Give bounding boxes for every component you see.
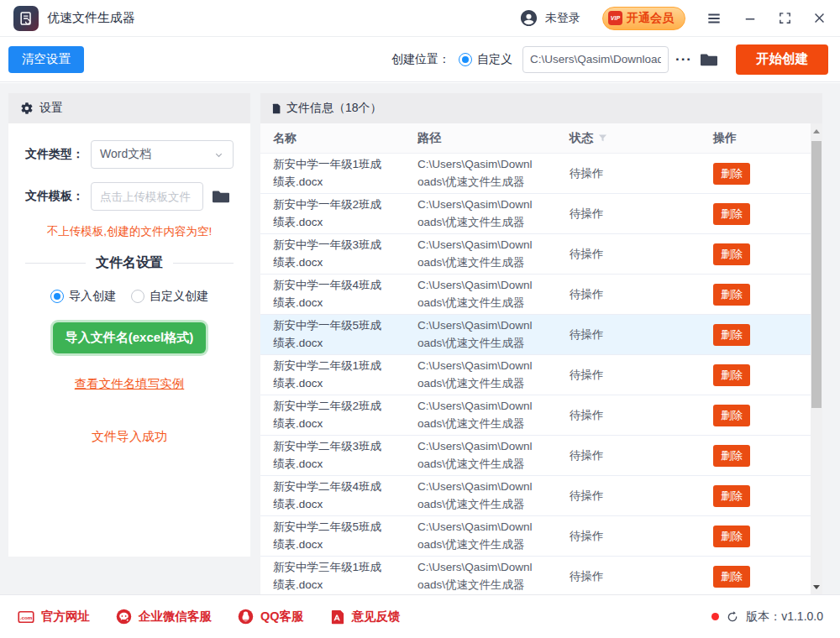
file-type-label: 文件类型： [25,147,91,162]
cell-path: C:\Users\Qasim\Downloads\优速文件生成器 [417,317,570,353]
app-title: 优速文件生成器 [47,10,135,26]
cell-name: 新安中学一年级1班成绩表.docx [260,156,417,191]
close-icon[interactable] [812,11,827,25]
cell-name: 新安中学二年级5班成绩表.docx [260,519,417,554]
gear-icon [20,102,34,115]
table-row: 新安中学一年级2班成绩表.docx C:\Users\Qasim\Downloa… [260,194,822,234]
vip-icon: VIP [608,11,622,25]
delete-button[interactable]: 删除 [713,324,750,346]
chevron-down-icon [213,149,224,160]
cell-action: 删除 [713,163,822,185]
filter-icon[interactable] [597,133,608,144]
main-area: 设置 文件类型： Word文档 文件模板： [0,83,840,594]
qq-icon [237,608,255,625]
file-type-select[interactable]: Word文档 [91,140,234,169]
wechat-service-link[interactable]: 企业微信客服 [115,608,212,625]
table-row: 新安中学一年级4班成绩表.docx C:\Users\Qasim\Downloa… [260,275,822,315]
delete-button[interactable]: 删除 [713,163,750,185]
browse-folder-button[interactable] [699,50,719,70]
cell-action: 删除 [713,526,822,547]
delete-button[interactable]: 删除 [713,445,750,467]
delete-button[interactable]: 删除 [713,405,750,426]
document-icon [270,102,282,115]
col-path: 路径 [417,131,570,146]
footer: .com 官方网址 企业微信客服 QQ客服 意见反馈 [0,594,840,638]
cell-name: 新安中学一年级5班成绩表.docx [260,317,417,353]
cell-action: 删除 [713,445,822,467]
cell-action: 删除 [713,566,822,588]
feedback-link[interactable]: 意见反馈 [329,609,401,625]
login-status[interactable]: 未登录 [545,11,580,26]
cell-path: C:\Users\Qasim\Downloads\优速文件生成器 [417,358,570,393]
cell-action: 删除 [713,324,822,346]
scrollbar-thumb[interactable] [811,141,822,408]
start-create-button[interactable]: 开始创建 [736,44,828,75]
cell-status: 待操作 [570,327,713,343]
table-row: 新安中学二年级1班成绩表.docx C:\Users\Qasim\Downloa… [260,355,822,395]
custom-location-radio[interactable]: 自定义 [459,52,512,67]
minimize-icon[interactable] [743,11,758,26]
qq-service-link[interactable]: QQ客服 [237,608,304,625]
delete-button[interactable]: 删除 [713,203,750,225]
filename-example-link[interactable]: 查看文件名填写实例 [25,376,234,392]
custom-create-radio[interactable]: 自定义创建 [131,289,208,304]
cell-status: 待操作 [570,368,713,383]
cell-path: C:\Users\Qasim\Downloads\优速文件生成器 [417,559,570,594]
template-label: 文件模板： [25,189,91,204]
delete-button[interactable]: 删除 [713,243,750,265]
settings-panel-title: 设置 [39,101,63,116]
template-upload-input[interactable] [91,182,203,211]
import-create-radio[interactable]: 导入创建 [50,289,116,304]
col-status[interactable]: 状态 [570,131,713,146]
file-info-panel: 文件信息（18个） 名称 路径 状态 操作 新安中学一年级1班成绩表.docx … [260,93,822,595]
maximize-icon[interactable] [778,11,792,25]
table-row: 新安中学二年级4班成绩表.docx C:\Users\Qasim\Downloa… [260,476,822,516]
cell-path: C:\Users\Qasim\Downloads\优速文件生成器 [417,398,570,433]
wechat-service-icon [115,608,133,625]
version-label: 版本：v1.1.0.0 [746,609,823,625]
table-row: 新安中学二年级2班成绩表.docx C:\Users\Qasim\Downloa… [260,395,822,436]
cell-status: 待操作 [570,247,713,262]
folder-icon [699,50,719,70]
settings-panel: 设置 文件类型： Word文档 文件模板： [8,93,250,557]
vip-button[interactable]: VIP 开通会员 [602,7,685,30]
cell-path: C:\Users\Qasim\Downloads\优速文件生成器 [417,156,570,191]
user-icon[interactable] [519,8,538,28]
delete-button[interactable]: 删除 [713,485,750,507]
titlebar: 优速文件生成器 未登录 VIP 开通会员 [0,0,840,37]
cell-status: 待操作 [570,448,713,463]
cell-status: 待操作 [570,569,713,584]
delete-button[interactable]: 删除 [713,526,750,547]
refresh-icon[interactable] [726,610,739,624]
scroll-down-icon[interactable] [811,579,822,595]
table-row: 新安中学二年级5班成绩表.docx C:\Users\Qasim\Downloa… [260,516,822,557]
scroll-up-icon[interactable] [811,123,822,139]
file-info-title: 文件信息（18个） [286,101,382,116]
cell-status: 待操作 [570,287,713,302]
create-location-label: 创建位置： [391,52,450,67]
radio-icon [50,290,64,303]
cell-status: 待操作 [570,166,713,181]
cell-path: C:\Users\Qasim\Downloads\优速文件生成器 [417,277,570,312]
file-info-header: 文件信息（18个） [260,93,822,123]
delete-button[interactable]: 删除 [713,566,750,588]
cell-path: C:\Users\Qasim\Downloads\优速文件生成器 [417,478,570,514]
official-website-link[interactable]: .com 官方网址 [17,609,90,625]
cell-name: 新安中学二年级2班成绩表.docx [260,398,417,433]
template-browse-button[interactable] [211,186,231,207]
import-filenames-button[interactable]: 导入文件名(excel格式) [53,322,207,353]
cell-path: C:\Users\Qasim\Downloads\优速文件生成器 [417,519,570,554]
cell-action: 删除 [713,203,822,225]
create-path-input[interactable] [522,46,669,73]
delete-button[interactable]: 删除 [713,284,750,306]
app-logo [13,6,39,31]
clear-settings-button[interactable]: 清空设置 [8,46,84,73]
table-scrollbar[interactable] [811,123,822,595]
cell-path: C:\Users\Qasim\Downloads\优速文件生成器 [417,237,570,272]
cell-name: 新安中学一年级4班成绩表.docx [260,277,417,312]
cell-status: 待操作 [570,489,713,504]
delete-button[interactable]: 删除 [713,364,750,386]
folder-icon [211,186,231,207]
more-path-button[interactable]: ··· [675,51,692,68]
menu-icon[interactable] [706,10,722,27]
